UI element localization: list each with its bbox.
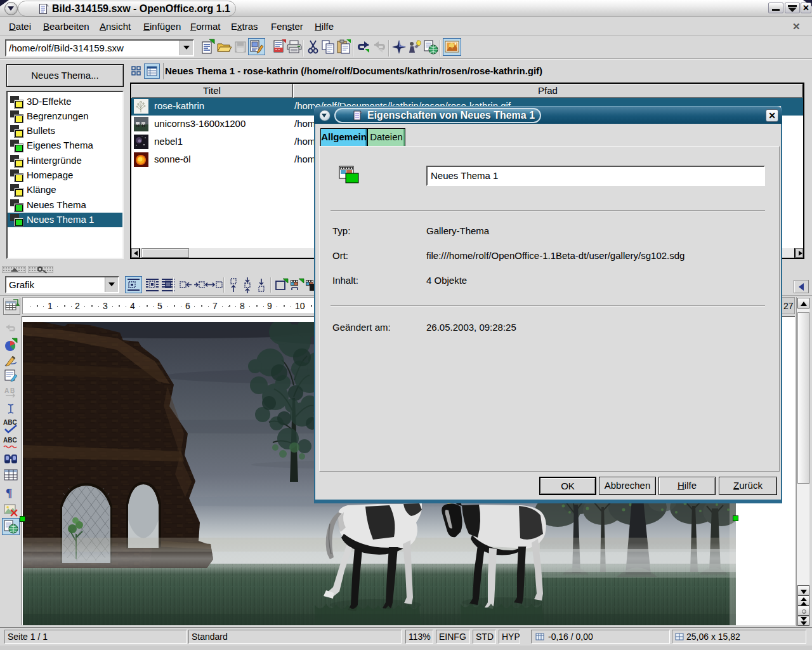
svg-text:B: B <box>10 387 15 394</box>
svg-text:¶: ¶ <box>6 486 12 500</box>
svg-text:ABC: ABC <box>3 419 17 426</box>
svg-text:ABC: ABC <box>3 437 17 444</box>
svg-text:A: A <box>4 387 9 394</box>
